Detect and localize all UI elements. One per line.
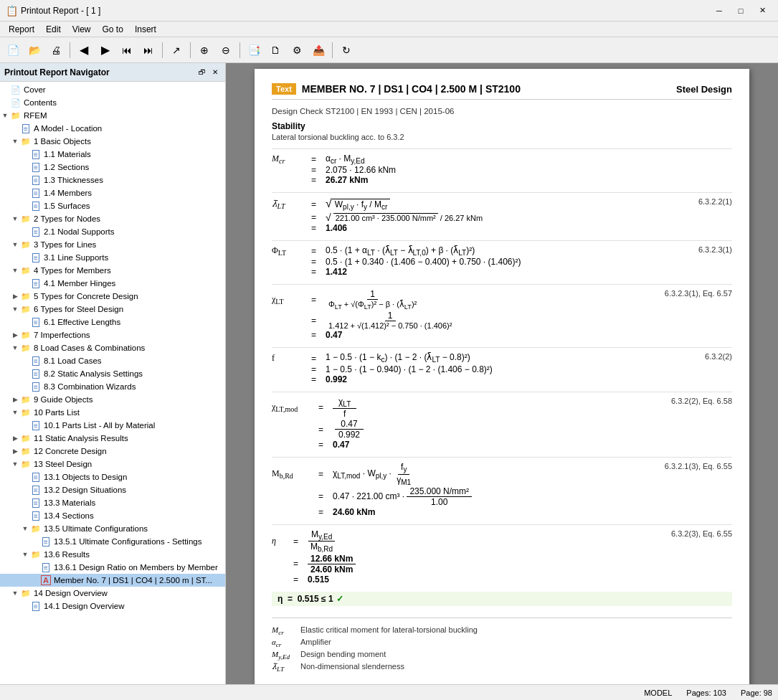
- toolbar-sep2: [162, 42, 163, 58]
- tree-item-objects-design[interactable]: ≡ 13.1 Objects to Design: [0, 470, 225, 483]
- nav-back-button[interactable]: ◀: [74, 40, 94, 60]
- tree-toggle-static-results[interactable]: ▶: [10, 433, 20, 443]
- tree-item-design-ratio[interactable]: ≡ 13.6.1 Design Ratio on Members by Memb…: [0, 561, 225, 574]
- tree-item-types-concrete[interactable]: ▶ 📁 5 Types for Concrete Design: [0, 290, 225, 303]
- tree-toggle-types-concrete[interactable]: ▶: [10, 291, 20, 301]
- tree-item-a-model[interactable]: ≡ A Model - Location: [0, 122, 225, 135]
- tree-item-load-cases-t[interactable]: ≡ 8.1 Load Cases: [0, 354, 225, 367]
- tree-toggle-load-cases[interactable]: ▼: [10, 343, 20, 353]
- menu-edit[interactable]: Edit: [40, 23, 67, 36]
- chimod-row3: = 0.47: [272, 440, 709, 450]
- tree-icon-parts-list-t: ≡: [30, 420, 42, 431]
- zoom-out-button[interactable]: ⊖: [216, 40, 236, 60]
- sidebar-close-button[interactable]: ✕: [209, 67, 221, 78]
- tree-item-sections[interactable]: ≡ 1.2 Sections: [0, 161, 225, 174]
- tree-label-imperfections: 7 Imperfections: [34, 331, 90, 339]
- tree-item-results[interactable]: ▼ 📁 13.6 Results: [0, 548, 225, 561]
- tree-item-basic[interactable]: ▼ 📁 1 Basic Objects: [0, 135, 225, 148]
- main-layout: Printout Report Navigator 🗗 ✕ 📄 Cover 📄 …: [0, 63, 778, 684]
- tree-toggle-steel-design[interactable]: ▼: [10, 459, 20, 469]
- tree-item-member-hinges[interactable]: ≡ 4.1 Member Hinges: [0, 277, 225, 290]
- tree-item-member7[interactable]: A Member No. 7 | DS1 | CO4 | 2.500 m | S…: [0, 574, 225, 587]
- tree-item-imperfections[interactable]: ▶ 📁 7 Imperfections: [0, 328, 225, 341]
- tree-item-parts-list[interactable]: ▼ 📁 10 Parts List: [0, 406, 225, 419]
- tree-item-nodal-supports[interactable]: ≡ 2.1 Nodal Supports: [0, 225, 225, 238]
- tree-item-rfem[interactable]: ▼ 📁 RFEM: [0, 109, 225, 122]
- tree-item-concrete-design[interactable]: ▶ 📁 12 Concrete Design: [0, 445, 225, 458]
- content-area[interactable]: Text MEMBER NO. 7 | DS1 | CO4 | 2.500 M …: [226, 63, 778, 684]
- tree-toggle-guide-objects[interactable]: ▶: [10, 394, 20, 405]
- tree-item-types-lines[interactable]: ▼ 📁 3 Types for Lines: [0, 238, 225, 251]
- tree-item-members[interactable]: ≡ 1.4 Members: [0, 186, 225, 199]
- tree-item-thicknesses[interactable]: ≡ 1.3 Thicknesses: [0, 174, 225, 186]
- tree-toggle-rfem[interactable]: ▼: [0, 110, 10, 120]
- tree-item-static-results[interactable]: ▶ 📁 11 Static Analysis Results: [0, 432, 225, 445]
- tree-toggle-types-nodes[interactable]: ▼: [10, 214, 20, 224]
- tree-item-contents[interactable]: 📄 Contents: [0, 96, 225, 109]
- f-row3: = 0.992: [272, 374, 709, 384]
- tree-toggle-design-overview[interactable]: ▼: [10, 588, 20, 598]
- last-page-button[interactable]: ⏭: [138, 40, 158, 60]
- menu-insert[interactable]: Insert: [129, 23, 162, 36]
- eta-row3: = 0.515: [272, 574, 709, 585]
- tree-item-types-steel[interactable]: ▼ 📁 6 Types for Steel Design: [0, 303, 225, 316]
- export2-button[interactable]: 📤: [308, 40, 328, 60]
- tree-label-basic: 1 Basic Objects: [34, 137, 91, 146]
- tree-toggle-ult-configs[interactable]: ▼: [20, 524, 30, 534]
- zoom-in-button[interactable]: ⊕: [194, 40, 214, 60]
- tree-item-line-supports[interactable]: ≡ 3.1 Line Supports: [0, 251, 225, 264]
- tree-item-design-overview[interactable]: ▼ 📁 14 Design Overview: [0, 587, 225, 600]
- close-button[interactable]: ✕: [752, 3, 772, 19]
- first-page-button[interactable]: ⏮: [117, 40, 137, 60]
- f-row2: = 1 − 0.5 · (1 − 0.940) · (1 − 2 · (1.40…: [272, 364, 709, 374]
- new-button[interactable]: 📄: [3, 40, 23, 60]
- tree-item-ult-configs-s[interactable]: ≡ 13.5.1 Ultimate Configurations - Setti…: [0, 535, 225, 548]
- tree-item-guide-objects[interactable]: ▶ 📁 9 Guide Objects: [0, 393, 225, 406]
- tree-item-parts-list-t[interactable]: ≡ 10.1 Parts List - All by Material: [0, 419, 225, 432]
- tree-label-load-cases-t: 8.1 Load Cases: [44, 356, 102, 365]
- tree-icon-types-nodes: 📁: [20, 213, 32, 224]
- tree-item-combo-wizards[interactable]: ≡ 8.3 Combination Wizards: [0, 380, 225, 393]
- tree-item-design-situations[interactable]: ≡ 13.2 Design Situations: [0, 483, 225, 496]
- sidebar-restore-button[interactable]: 🗗: [196, 67, 208, 78]
- tree-toggle-concrete-design[interactable]: ▶: [10, 446, 20, 456]
- maximize-button[interactable]: □: [731, 3, 751, 19]
- tree-item-sections-t[interactable]: ≡ 13.4 Sections: [0, 509, 225, 522]
- tree-toggle-basic[interactable]: ▼: [10, 136, 20, 146]
- options-button[interactable]: ⚙: [287, 40, 307, 60]
- menu-view[interactable]: View: [67, 23, 97, 36]
- tree-item-types-nodes[interactable]: ▼ 📁 2 Types for Nodes: [0, 212, 225, 225]
- toolbar-sep4: [239, 42, 240, 58]
- nav-forward-button[interactable]: ▶: [95, 40, 115, 60]
- menu-goto[interactable]: Go to: [97, 23, 129, 36]
- page-setup-button[interactable]: 🗋: [265, 40, 285, 60]
- title-bar: 📋 Printout Report - [ 1 ] ─ □ ✕: [0, 0, 778, 22]
- tree-toggle-imperfections[interactable]: ▶: [10, 330, 20, 340]
- tree-item-cover[interactable]: 📄 Cover: [0, 83, 225, 96]
- tree-icon-types-members: 📁: [20, 265, 32, 276]
- page-layout-button[interactable]: 📑: [244, 40, 264, 60]
- tree-toggle-parts-list[interactable]: ▼: [10, 407, 20, 417]
- print-button[interactable]: 🖨: [46, 40, 66, 60]
- tree-item-design-overview-t[interactable]: ≡ 14.1 Design Overview: [0, 600, 225, 612]
- tree-toggle-results[interactable]: ▼: [20, 549, 30, 559]
- menu-report[interactable]: Report: [3, 23, 40, 36]
- tree-toggle-types-steel[interactable]: ▼: [10, 304, 20, 314]
- export-button[interactable]: ↗: [166, 40, 186, 60]
- tree-item-eff-lengths[interactable]: ≡ 6.1 Effective Lengths: [0, 316, 225, 328]
- tree-item-load-cases[interactable]: ▼ 📁 8 Load Cases & Combinations: [0, 341, 225, 354]
- tree-toggle-types-members[interactable]: ▼: [10, 265, 20, 275]
- minimize-button[interactable]: ─: [709, 3, 729, 19]
- tree-item-types-members[interactable]: ▼ 📁 4 Types for Members: [0, 264, 225, 277]
- refresh-button[interactable]: ↻: [336, 40, 356, 60]
- eta-row1: η = My,Ed Mb,Rd: [272, 529, 709, 554]
- tree-item-ult-configs[interactable]: ▼ 📁 13.5 Ultimate Configurations: [0, 522, 225, 535]
- tree-item-steel-design[interactable]: ▼ 📁 13 Steel Design: [0, 458, 225, 470]
- tree-item-static-analysis[interactable]: ≡ 8.2 Static Analysis Settings: [0, 367, 225, 380]
- tree-toggle-types-lines[interactable]: ▼: [10, 240, 20, 250]
- tree-item-materials-t[interactable]: ≡ 13.3 Materials: [0, 496, 225, 509]
- tree-item-materials[interactable]: ≡ 1.1 Materials: [0, 148, 225, 161]
- tree-item-surfaces[interactable]: ≡ 1.5 Surfaces: [0, 199, 225, 212]
- open-button[interactable]: 📂: [24, 40, 44, 60]
- tree-label-steel-design: 13 Steel Design: [34, 460, 92, 468]
